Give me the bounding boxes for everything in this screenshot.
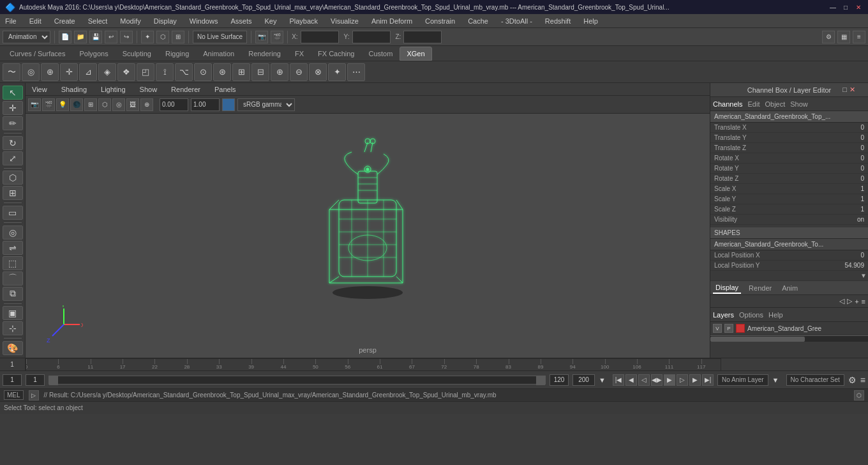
step-back-btn[interactable]: ◀ bbox=[625, 374, 637, 386]
vp-toggle-btn[interactable]: ⊕ bbox=[140, 98, 153, 111]
prev-key-btn[interactable]: ◁ bbox=[638, 374, 650, 386]
menu-item-playback[interactable]: Playback bbox=[287, 16, 320, 26]
tool17-icon[interactable]: ⊗ bbox=[309, 63, 327, 81]
marquee-tool-button[interactable]: ▭ bbox=[3, 206, 23, 220]
tool9-icon[interactable]: ⟟ bbox=[156, 63, 174, 81]
layer-visible-btn[interactable]: V bbox=[713, 324, 722, 333]
render-tab[interactable]: Render bbox=[746, 283, 774, 293]
vp-wireframe-btn[interactable]: ⬡ bbox=[98, 98, 111, 111]
tool10-icon[interactable]: ⌥ bbox=[175, 63, 193, 81]
tool6-icon[interactable]: ◈ bbox=[98, 63, 116, 81]
playback-start-input[interactable] bbox=[26, 374, 45, 386]
sym-button[interactable]: ⇌ bbox=[3, 241, 23, 255]
tool13-icon[interactable]: ⊞ bbox=[232, 63, 250, 81]
tab-curves--surfaces[interactable]: Curves / Surfaces bbox=[3, 47, 72, 61]
scroll-down-btn[interactable]: ▼ bbox=[860, 272, 867, 279]
tool15-icon[interactable]: ⊕ bbox=[271, 63, 288, 81]
menu-item-display[interactable]: Display bbox=[151, 16, 179, 26]
renderer-menu[interactable]: Renderer bbox=[168, 84, 203, 95]
menu-item-constrain[interactable]: Constrain bbox=[423, 16, 458, 26]
select-button[interactable]: ✦ bbox=[141, 31, 154, 43]
menu-item-help[interactable]: Help bbox=[581, 16, 601, 26]
timeline-ruler[interactable]: 0611172228333944505661677278838994100106… bbox=[26, 358, 721, 371]
go-to-end-btn[interactable]: ▶| bbox=[702, 374, 714, 386]
ui-button[interactable]: ≡ bbox=[853, 31, 865, 43]
tool7-icon[interactable]: ❖ bbox=[117, 63, 135, 81]
soft-select-button[interactable]: ◎ bbox=[3, 225, 23, 240]
scrollbar-thumb[interactable] bbox=[710, 337, 805, 342]
object-tab[interactable]: Object bbox=[765, 100, 785, 108]
menu-item-windows[interactable]: Windows bbox=[187, 16, 221, 26]
lasso-tool-button[interactable]: ⬡ bbox=[3, 171, 23, 185]
vp-lights-btn[interactable]: 💡 bbox=[56, 98, 69, 111]
tab-custom[interactable]: Custom bbox=[362, 47, 400, 61]
snap-button[interactable]: ⊞ bbox=[172, 31, 184, 43]
tool11-icon[interactable]: ⊙ bbox=[194, 63, 212, 81]
current-frame-input[interactable]: 1 bbox=[0, 358, 24, 370]
char-set-options-btn[interactable]: ⚙ bbox=[848, 375, 857, 385]
layout-button[interactable]: ▦ bbox=[837, 31, 850, 43]
menu-item-edit[interactable]: Edit bbox=[27, 16, 44, 26]
lattice-button[interactable]: ⬚ bbox=[3, 256, 23, 270]
step-forward-btn[interactable]: ▶ bbox=[689, 374, 701, 386]
tab-rendering[interactable]: Rendering bbox=[241, 47, 288, 61]
tab-fx[interactable]: FX bbox=[288, 47, 311, 61]
scale-tool-button[interactable]: ⤢ bbox=[3, 151, 23, 165]
tab-polygons[interactable]: Polygons bbox=[72, 47, 115, 61]
bend-button[interactable]: ⌒ bbox=[3, 271, 23, 286]
maximize-button[interactable]: □ bbox=[841, 3, 850, 11]
close-button[interactable]: ✕ bbox=[854, 3, 863, 11]
anim-range-bar[interactable] bbox=[49, 376, 546, 385]
menu-item-create[interactable]: Create bbox=[52, 16, 78, 26]
panel-close-btn[interactable]: ✕ bbox=[849, 86, 855, 94]
edit-tab[interactable]: Edit bbox=[747, 100, 760, 108]
x-input[interactable] bbox=[301, 31, 339, 43]
camera-button[interactable]: 📷 bbox=[255, 31, 268, 43]
menu-item-visualize[interactable]: Visualize bbox=[328, 16, 361, 26]
end-frame-dropdown[interactable]: ▼ bbox=[599, 376, 609, 384]
surface-icon[interactable]: ◎ bbox=[22, 63, 40, 81]
layout-view-button[interactable]: ⧉ bbox=[3, 287, 23, 301]
color-profile-indicator[interactable] bbox=[222, 98, 235, 111]
vp-texture-btn[interactable]: 🖼 bbox=[126, 98, 139, 111]
layers-tab[interactable]: Layers bbox=[713, 311, 734, 319]
z-input[interactable] bbox=[403, 31, 442, 43]
vp-grid-btn[interactable]: ⊞ bbox=[84, 98, 97, 111]
show-tab[interactable]: Show bbox=[790, 100, 808, 108]
anim-layer-dropdown[interactable]: ▼ bbox=[772, 376, 782, 384]
render-button[interactable]: 🎬 bbox=[271, 31, 283, 43]
mode-select[interactable]: Animation bbox=[3, 31, 50, 43]
tool16-icon[interactable]: ⊖ bbox=[290, 63, 308, 81]
new-file-button[interactable]: 📄 bbox=[59, 31, 71, 43]
channels-tab[interactable]: Channels bbox=[713, 100, 742, 108]
color-profile-select[interactable]: sRGB gamma bbox=[237, 98, 295, 111]
horizontal-scrollbar[interactable] bbox=[710, 335, 868, 342]
snap-tool-button[interactable]: ⊞ bbox=[3, 186, 23, 200]
go-to-start-btn[interactable]: |◀ bbox=[613, 374, 624, 386]
menu-item-cache[interactable]: Cache bbox=[465, 16, 491, 26]
save-button[interactable]: 💾 bbox=[89, 31, 102, 43]
range-thumb[interactable] bbox=[49, 376, 58, 385]
tool4-icon[interactable]: ✛ bbox=[60, 63, 78, 81]
rotate-tool-button[interactable]: ↻ bbox=[3, 136, 23, 150]
layer-arrow-right-btn[interactable]: ▷ bbox=[847, 297, 852, 305]
gamma-input-1[interactable] bbox=[160, 98, 188, 111]
next-key-btn[interactable]: ▷ bbox=[677, 374, 688, 386]
lighting-menu[interactable]: Lighting bbox=[98, 84, 128, 95]
display-tab[interactable]: Display bbox=[713, 282, 741, 294]
tab-animation[interactable]: Animation bbox=[196, 47, 241, 61]
menu-item-modify[interactable]: Modify bbox=[117, 16, 143, 26]
mel-exec-btn[interactable]: ▷ bbox=[29, 390, 39, 400]
panel-expand-btn[interactable]: □ bbox=[842, 86, 847, 94]
tab-sculpting[interactable]: Sculpting bbox=[116, 47, 158, 61]
minimize-button[interactable]: — bbox=[828, 3, 837, 11]
menu-item-key[interactable]: Key bbox=[262, 16, 279, 26]
layer-pickable-btn[interactable]: P bbox=[724, 324, 733, 333]
menu-item-anim-deform[interactable]: Anim Deform bbox=[369, 16, 415, 26]
gamma-input-2[interactable] bbox=[191, 98, 220, 111]
options-tab[interactable]: Options bbox=[739, 311, 763, 319]
char-set-extra-btn[interactable]: ≡ bbox=[860, 375, 865, 385]
tab-rigging[interactable]: Rigging bbox=[158, 47, 196, 61]
menu-item-file[interactable]: File bbox=[3, 16, 19, 26]
tool8-icon[interactable]: ◰ bbox=[137, 63, 154, 81]
